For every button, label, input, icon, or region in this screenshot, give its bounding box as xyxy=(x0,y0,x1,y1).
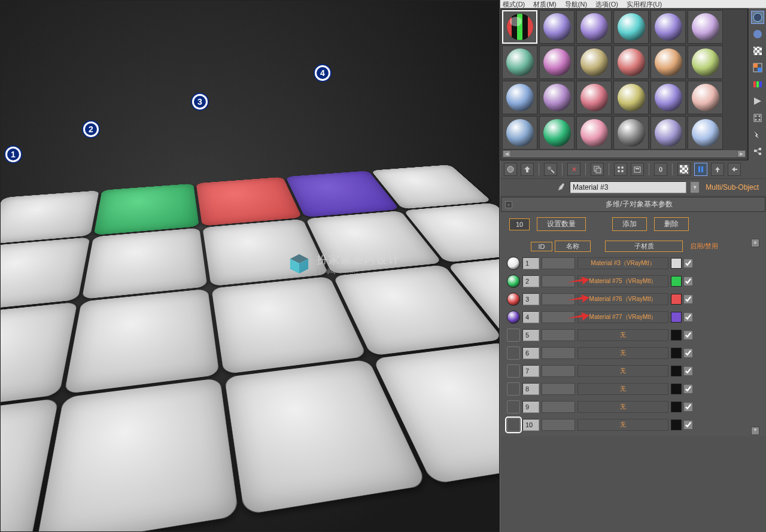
sub-material-button[interactable]: 无 xyxy=(577,419,668,431)
sub-id-field[interactable]: 2 xyxy=(522,275,539,287)
sub-sphere-icon[interactable] xyxy=(507,364,520,378)
sub-material-button[interactable]: 无 xyxy=(577,329,668,341)
sub-id-field[interactable]: 6 xyxy=(522,347,539,359)
material-swatch[interactable] xyxy=(651,45,686,79)
scroll-left-icon[interactable]: ◄ xyxy=(503,150,511,157)
sub-enable-checkbox[interactable] xyxy=(684,331,692,339)
rollout-header[interactable]: - 多维/子对象基本参数 xyxy=(501,197,765,212)
sub-material-button[interactable]: Material #76（VRayMtl） xyxy=(577,293,668,305)
sample-type-icon[interactable] xyxy=(751,11,764,24)
get-material-icon[interactable] xyxy=(504,163,517,176)
sub-sphere-icon[interactable] xyxy=(507,311,520,324)
sub-name-field[interactable] xyxy=(542,419,575,431)
sub-material-button[interactable]: 无 xyxy=(577,347,668,359)
sub-name-field[interactable] xyxy=(542,365,575,377)
sub-enable-checkbox[interactable] xyxy=(684,277,692,285)
sub-id-field[interactable]: 1 xyxy=(522,257,539,269)
collapse-icon[interactable]: - xyxy=(505,201,512,208)
go-forward-icon[interactable] xyxy=(728,163,741,176)
material-swatch[interactable] xyxy=(576,116,612,150)
sub-id-field[interactable]: 8 xyxy=(522,383,539,395)
sub-name-field[interactable] xyxy=(542,257,575,269)
sub-enable-checkbox[interactable] xyxy=(684,385,692,393)
sub-enable-checkbox[interactable] xyxy=(684,295,692,303)
backlight-icon[interactable] xyxy=(751,28,764,41)
material-swatch[interactable] xyxy=(502,10,537,44)
material-swatch[interactable] xyxy=(688,116,723,150)
menu-item[interactable]: 导航(N) xyxy=(565,0,587,8)
sub-material-button[interactable]: 无 xyxy=(577,401,668,413)
material-swatch[interactable] xyxy=(539,45,574,79)
material-type-button[interactable]: Multi/Sub-Object xyxy=(703,183,761,191)
make-unique-icon[interactable] xyxy=(614,163,627,176)
sub-material-button[interactable]: 无 xyxy=(577,365,668,377)
sub-color-swatch[interactable] xyxy=(671,258,682,269)
sub-color-swatch[interactable] xyxy=(671,366,682,376)
eyedropper-icon[interactable] xyxy=(557,183,566,192)
show-end-result-icon[interactable] xyxy=(694,163,707,176)
menu-item[interactable]: 实用程序(U) xyxy=(627,0,662,8)
material-swatch[interactable] xyxy=(576,45,612,79)
sub-color-swatch[interactable] xyxy=(671,330,682,341)
put-to-library-icon[interactable] xyxy=(631,163,644,176)
video-color-icon[interactable] xyxy=(751,78,764,91)
material-swatch[interactable] xyxy=(613,116,649,150)
material-swatch[interactable] xyxy=(688,10,723,44)
sub-name-field[interactable] xyxy=(542,401,575,413)
material-swatch[interactable] xyxy=(539,81,574,114)
sub-color-swatch[interactable] xyxy=(671,294,682,305)
show-map-icon[interactable] xyxy=(677,163,691,176)
sub-name-field[interactable] xyxy=(542,383,575,395)
sub-enable-checkbox[interactable] xyxy=(684,421,692,429)
sub-sphere-icon[interactable] xyxy=(507,346,520,360)
scroll-up-icon[interactable]: ▲ xyxy=(751,239,759,247)
sub-id-field[interactable]: 4 xyxy=(522,311,539,323)
sub-id-field[interactable]: 9 xyxy=(522,401,539,413)
sub-name-field[interactable] xyxy=(542,275,575,287)
assign-to-selection-icon[interactable] xyxy=(544,163,557,176)
sub-sphere-icon[interactable] xyxy=(507,293,520,306)
sub-sphere-icon[interactable] xyxy=(507,257,520,270)
menu-bar[interactable]: 模式(D) 材质(M) 导航(N) 选项(O) 实用程序(U) xyxy=(500,0,766,8)
material-swatch[interactable] xyxy=(502,81,537,114)
delete-button[interactable]: 删除 xyxy=(654,217,689,231)
make-preview-icon[interactable] xyxy=(751,95,764,108)
sub-name-field[interactable] xyxy=(542,329,575,341)
scroll-right-icon[interactable]: ► xyxy=(737,150,746,157)
menu-item[interactable]: 材质(M) xyxy=(533,0,557,8)
count-spinner[interactable]: 10 xyxy=(509,218,530,230)
sub-name-field[interactable] xyxy=(542,347,575,359)
material-swatch[interactable] xyxy=(539,116,574,150)
material-swatch[interactable] xyxy=(688,45,723,79)
material-swatch[interactable] xyxy=(576,10,612,44)
sub-sphere-icon[interactable] xyxy=(507,275,520,288)
material-swatch[interactable] xyxy=(613,10,649,44)
sub-material-button[interactable]: Material #75（VRayMtl） xyxy=(577,275,668,287)
sub-name-field[interactable] xyxy=(542,311,575,323)
sub-enable-checkbox[interactable] xyxy=(684,313,692,321)
set-count-button[interactable]: 设置数量 xyxy=(537,217,586,231)
menu-item[interactable]: 模式(D) xyxy=(503,0,525,8)
sub-color-swatch[interactable] xyxy=(671,348,682,358)
material-swatch[interactable] xyxy=(576,81,612,114)
sub-id-field[interactable]: 3 xyxy=(522,293,539,305)
sub-id-field[interactable]: 5 xyxy=(522,329,539,341)
sub-name-field[interactable] xyxy=(542,293,575,305)
material-swatch[interactable] xyxy=(651,10,686,44)
sub-color-swatch[interactable] xyxy=(671,419,682,430)
sub-color-swatch[interactable] xyxy=(671,312,682,323)
sub-color-swatch[interactable] xyxy=(671,384,682,394)
sub-material-button[interactable]: 无 xyxy=(577,383,668,395)
options-icon[interactable] xyxy=(751,111,764,124)
go-to-parent-icon[interactable] xyxy=(711,163,724,176)
material-name-input[interactable] xyxy=(570,181,686,193)
select-by-material-icon[interactable] xyxy=(751,128,764,141)
sample-uv-icon[interactable] xyxy=(751,61,764,74)
sub-enable-checkbox[interactable] xyxy=(684,349,692,357)
sub-color-swatch[interactable] xyxy=(671,276,682,287)
material-swatch[interactable] xyxy=(613,45,649,79)
background-icon[interactable] xyxy=(751,44,764,57)
swatch-scrollbar[interactable]: ◄ ► xyxy=(502,150,746,158)
sub-enable-checkbox[interactable] xyxy=(684,259,692,267)
material-swatch[interactable] xyxy=(502,116,537,150)
